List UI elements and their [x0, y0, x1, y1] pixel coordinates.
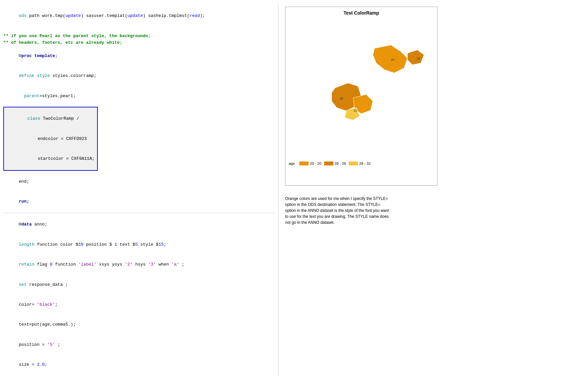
svg-rect-2 [289, 22, 434, 154]
label-26: 26 [340, 97, 343, 100]
run-line-1: run; [3, 192, 275, 212]
data-anno-line: ⊟data anno; [3, 215, 275, 234]
define-style-line: define style styles.colorramp; [3, 66, 275, 86]
text-line: text=put(age,comma5.); [3, 315, 275, 335]
comment-1: ** if you use Pearl as the parent style,… [3, 33, 275, 39]
map-svg: 20 28 26 32 [289, 18, 434, 157]
description-text: Orange colors are used for me when I spe… [285, 196, 391, 225]
minus-icon-2: ⊟ [19, 222, 22, 227]
code-line-1: ods path work.tmp(update) sasuser.templa… [3, 6, 275, 26]
keyword-ods: ods [19, 13, 27, 18]
legend-color-1 [299, 161, 309, 165]
map-title: Test ColorRamp [289, 10, 434, 16]
class-line: class TwoColorRamp / [7, 109, 94, 129]
startcolor-line: startcolor = CXF9A11A; [7, 149, 94, 169]
code-panel: ods path work.tmp(update) sasuser.templa… [0, 3, 278, 376]
position-line: position = '5' ; [3, 335, 275, 355]
blank-1 [3, 26, 275, 32]
legend-color-3 [349, 161, 358, 165]
color-line: color= 'black'; [3, 295, 275, 315]
set-line: set response_data ; [3, 275, 275, 294]
legend-item-2: 26 - 26 [324, 161, 346, 165]
highlight-box: class TwoColorRamp / endcolor = CXFFD923… [3, 107, 98, 171]
label-20: 20 [391, 58, 394, 61]
proc-template-line: ⊟proc template; [3, 46, 275, 66]
blank-2 [3, 375, 275, 376]
map-container: Test ColorRamp 20 28 [285, 7, 438, 186]
legend-color-2 [324, 161, 333, 165]
legend-range-1: 20 - 20 [310, 161, 321, 165]
size-line: size = 2.0; [3, 355, 275, 375]
comment-2: ** of headers, footers, etc are already … [3, 39, 275, 46]
legend-item-1: 20 - 20 [299, 161, 321, 165]
label-32: 32 [354, 109, 357, 112]
label-28: 28 [417, 57, 420, 60]
minus-icon: ⊟ [19, 53, 22, 58]
parent-line: parent=styles.pearl; [3, 86, 275, 106]
endcolor-line: endcolor = CXFFD923 [7, 129, 94, 149]
end-line: end; [3, 171, 275, 191]
length-line: length function color $10 position $ 1 t… [3, 235, 275, 255]
legend-label: age [289, 161, 295, 165]
legend-item-3: 28 - 32 [349, 161, 371, 165]
main-layout: ods path work.tmp(update) sasuser.templa… [0, 0, 588, 376]
legend-range-2: 26 - 26 [335, 161, 346, 165]
right-panel: Test ColorRamp 20 28 [278, 3, 588, 376]
divider-1 [3, 213, 275, 213]
legend-range-3: 28 - 32 [359, 161, 371, 165]
retain-line: retain flag 0 function 'label' xsys ysys… [3, 255, 275, 275]
map-legend: age 20 - 20 26 - 26 28 - 32 [289, 161, 434, 165]
